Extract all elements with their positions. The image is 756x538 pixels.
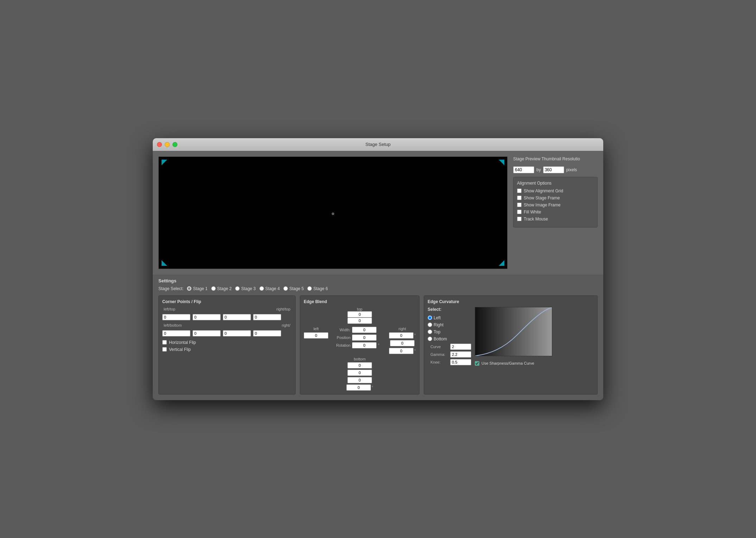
- stage-5-radio[interactable]: [283, 286, 288, 291]
- corner-inputs-group: left/top right/top left/bottom right/: [162, 307, 292, 337]
- resolution-width[interactable]: 640: [513, 166, 534, 173]
- alignment-title: Alignment Options: [517, 181, 594, 186]
- stage-select-label: Stage Select:: [158, 286, 183, 291]
- corner-marker-br: [499, 260, 504, 266]
- stage-5-option[interactable]: Stage 5: [283, 286, 304, 291]
- corner-rt1[interactable]: [223, 314, 251, 320]
- stage-3-option[interactable]: Stage 3: [235, 286, 256, 291]
- stage-1-radio[interactable]: [187, 286, 191, 291]
- top-radio-row[interactable]: Top: [428, 329, 471, 334]
- maximize-button[interactable]: [172, 142, 177, 147]
- top-curve-radio[interactable]: [428, 329, 432, 334]
- top-section: top: [304, 307, 416, 324]
- right-curve-radio[interactable]: [428, 322, 432, 327]
- minimize-button[interactable]: [165, 142, 170, 147]
- right-radio-row[interactable]: Right: [428, 322, 471, 327]
- gamma-value-input[interactable]: [450, 351, 471, 358]
- main-window: Stage Setup: [153, 138, 603, 400]
- left-blend-input[interactable]: [304, 332, 328, 339]
- corner-panel-title: Corner Points / Flip: [162, 299, 292, 304]
- curve-right-col: Use Sharpness/Gamma Curve: [475, 307, 594, 366]
- edge-blend-title: Edge Blend: [304, 299, 416, 304]
- vertical-flip-checkbox[interactable]: [162, 347, 167, 352]
- right-input1[interactable]: [389, 332, 414, 339]
- right-input3[interactable]: [389, 348, 414, 354]
- stage-4-radio[interactable]: [259, 286, 264, 291]
- curve-value-input[interactable]: [450, 344, 471, 350]
- corner-lb2[interactable]: [193, 330, 221, 337]
- bottom-input1[interactable]: [347, 362, 372, 369]
- svg-marker-2: [162, 260, 167, 266]
- width-input[interactable]: [352, 327, 377, 333]
- right-input2[interactable]: [390, 340, 415, 346]
- stage-4-label: Stage 4: [265, 286, 280, 291]
- stage-5-label: Stage 5: [289, 286, 304, 291]
- left-blend-col: left: [304, 327, 328, 339]
- resolution-height[interactable]: 360: [543, 166, 564, 173]
- bottom-radio-row[interactable]: Bottom: [428, 337, 471, 341]
- main-content: Stage Preview Thumbnail Resolutio 640 by…: [153, 151, 603, 275]
- left-curve-radio[interactable]: [428, 315, 432, 320]
- edge-curve-inner: Select: Left Right Top: [428, 307, 594, 366]
- track-mouse-checkbox[interactable]: [517, 217, 522, 221]
- stage-select-row: Stage Select: Stage 1 Stage 2 Stage 3 St…: [158, 286, 598, 291]
- corner-lb1[interactable]: [162, 330, 190, 337]
- bottom-input4[interactable]: [346, 384, 371, 391]
- curve-params: Curve Gamma: Knee:: [430, 344, 471, 365]
- top-input1[interactable]: [347, 311, 372, 318]
- stage-1-option[interactable]: Stage 1: [187, 286, 207, 291]
- stage-4-option[interactable]: Stage 4: [259, 286, 280, 291]
- center-blend-col: Width: Position Rotation °: [331, 327, 386, 348]
- corner-rb1[interactable]: [223, 330, 251, 337]
- bottom-input2[interactable]: [347, 370, 372, 376]
- fill-white-checkbox[interactable]: [517, 210, 522, 214]
- stage-6-radio[interactable]: [307, 286, 312, 291]
- show-alignment-grid-checkbox[interactable]: [517, 188, 522, 193]
- position-input[interactable]: [352, 334, 377, 341]
- bottom-blend-section: bottom °: [304, 357, 416, 391]
- stage-1-label: Stage 1: [193, 286, 207, 291]
- corner-panel: Corner Points / Flip left/top right/top …: [158, 295, 296, 395]
- middle-blend-row: left Width: Position: [304, 327, 416, 354]
- rotation-input[interactable]: [352, 342, 377, 348]
- rotation-row: Rotation °: [331, 342, 386, 348]
- position-label: Position: [331, 335, 351, 340]
- stage-3-radio[interactable]: [235, 286, 240, 291]
- left-radio-row[interactable]: Left: [428, 315, 471, 320]
- corner-lt1[interactable]: [162, 314, 190, 320]
- stage-2-radio[interactable]: [211, 286, 216, 291]
- gamma-label: Gamma:: [430, 352, 448, 357]
- bottom-input3[interactable]: [347, 377, 372, 383]
- sharpness-checkbox[interactable]: [475, 361, 479, 366]
- stage-2-option[interactable]: Stage 2: [211, 286, 232, 291]
- stage-6-option[interactable]: Stage 6: [307, 286, 328, 291]
- bottom-deg: °: [372, 385, 373, 389]
- settings-title: Settings: [158, 278, 598, 283]
- show-stage-frame-checkbox[interactable]: [517, 196, 522, 200]
- pixels-label: pixels: [566, 167, 577, 172]
- checkbox-row-image: Show Image Frame: [517, 203, 594, 207]
- track-mouse-label: Track Mouse: [524, 217, 548, 222]
- show-image-frame-checkbox[interactable]: [517, 203, 522, 207]
- corner-rt2[interactable]: [253, 314, 281, 320]
- left-curve-label: Left: [434, 315, 441, 320]
- corner-rb2[interactable]: [253, 330, 281, 337]
- horizontal-flip-checkbox[interactable]: [162, 340, 167, 345]
- right-curve-label: Right: [434, 322, 443, 327]
- bottom-label: bottom: [354, 357, 366, 361]
- curve-left-col: Select: Left Right Top: [428, 307, 471, 365]
- bottom-curve-radio[interactable]: [428, 337, 432, 341]
- corner-label-bottom: left/bottom right/: [162, 323, 292, 327]
- curve-param-row: Curve: [430, 344, 471, 350]
- corner-lt2[interactable]: [193, 314, 221, 320]
- edge-curve-title: Edge Curvature: [428, 299, 594, 304]
- stage-canvas[interactable]: [158, 156, 508, 269]
- knee-value-input[interactable]: [450, 359, 471, 365]
- rotation-label: Rotation: [331, 343, 351, 347]
- close-button[interactable]: [157, 142, 162, 147]
- top-input2[interactable]: [347, 318, 372, 324]
- stage-6-label: Stage 6: [313, 286, 328, 291]
- center-marker: [332, 211, 334, 214]
- corner-marker-tl: [162, 160, 167, 165]
- checkbox-row-stage: Show Stage Frame: [517, 196, 594, 200]
